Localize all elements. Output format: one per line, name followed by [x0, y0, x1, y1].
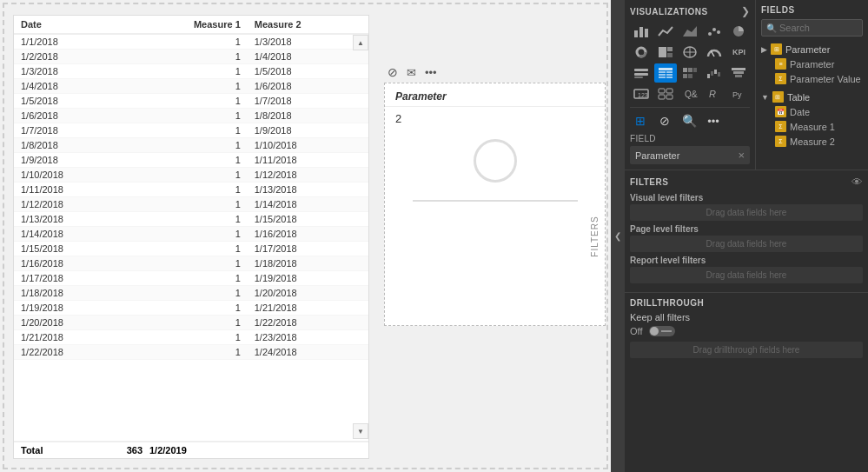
viz-icon-map[interactable] [679, 43, 701, 62]
svg-rect-28 [688, 68, 692, 72]
viz-icon-r[interactable]: R [703, 84, 726, 103]
table-cell: 1/13/2018 [14, 212, 127, 227]
report-drag-area[interactable]: Drag data fields here [630, 267, 863, 283]
viz-icon-funnel[interactable] [727, 63, 750, 83]
table-cell: 1 [127, 168, 248, 183]
email-icon[interactable]: ✉ [407, 66, 416, 79]
viz-expand-arrow[interactable]: ❯ [741, 5, 750, 17]
page-drag-area[interactable]: Drag data fields here [630, 236, 863, 252]
svg-rect-1 [639, 27, 643, 37]
keep-all-filters-label: Keep all filters [630, 312, 863, 322]
table-cell: 1/8/2018 [14, 138, 127, 153]
table-cell: 1 [127, 79, 248, 94]
viz-icon-area[interactable] [679, 22, 701, 41]
visual-drag-area[interactable]: Drag data fields here [630, 204, 863, 221]
viz-icon-table[interactable] [654, 63, 677, 83]
viz-icon-slicer[interactable] [630, 63, 653, 83]
viz-icon-gauge[interactable] [703, 43, 726, 62]
field-item-date[interactable]: 📅 Date [761, 104, 863, 119]
field-item-measure1[interactable]: Σ Measure 1 [761, 119, 863, 134]
filters-eye-icon[interactable]: 👁 [851, 176, 863, 189]
svg-rect-31 [688, 74, 692, 78]
right-panel: VISUALIZATIONS ❯ [625, 0, 868, 472]
viz-icon-waterfall[interactable] [703, 63, 726, 83]
drillthrough-title: DRILLTHROUGH [630, 298, 863, 308]
scroll-up-btn[interactable]: ▲ [353, 35, 368, 50]
viz-icon-matrix[interactable] [679, 63, 701, 83]
viz-icon-stacked-bar[interactable] [630, 22, 653, 41]
svg-rect-38 [735, 75, 742, 77]
drillthrough-section: DRILLTHROUGH Keep all filters Off Drag d… [625, 293, 868, 363]
viz-format-icon[interactable]: ⊞ [630, 111, 651, 130]
visualizations-panel: VISUALIZATIONS ❯ [625, 0, 755, 170]
viz-icon-kpi[interactable]: KPI [727, 43, 750, 62]
table-row: 1/13/201811/15/2018 [14, 212, 368, 227]
table-cell: 1/10/2018 [248, 138, 368, 153]
table-cell: 1/7/2018 [14, 123, 127, 138]
table-row: 1/22/201811/24/2018 [14, 345, 368, 360]
field-well-clear[interactable]: × [738, 149, 745, 162]
fields-search-input[interactable] [779, 23, 849, 33]
table-cell: 1/14/2018 [14, 227, 127, 242]
viz-icon-card[interactable]: 123 [630, 84, 653, 103]
svg-rect-25 [659, 76, 666, 78]
drillthrough-toggle[interactable] [649, 326, 675, 336]
table-cell: 1/4/2018 [248, 50, 368, 64]
svg-rect-29 [693, 68, 697, 72]
table-cell: 1/11/2018 [248, 153, 368, 168]
svg-rect-44 [666, 95, 673, 99]
svg-rect-11 [667, 53, 673, 57]
viz-bottom-icons: ⊞ ⊘ 🔍 ••• [630, 107, 750, 130]
viz-filter-icon[interactable]: ⊘ [654, 111, 675, 130]
viz-icon-pie[interactable] [727, 22, 750, 41]
table-cell: 1 [127, 138, 248, 153]
viz-analytics-icon[interactable]: 🔍 [679, 111, 699, 130]
table-cell: 1 [127, 64, 248, 79]
more-icon[interactable]: ••• [425, 66, 437, 79]
page-level-label: Page level filters [630, 224, 863, 234]
table-cell: 1/14/2018 [248, 197, 368, 212]
table-cell: 1/24/2018 [248, 345, 368, 360]
viz-icon-qna[interactable]: Q&A [679, 84, 701, 103]
table-cell: 1 [127, 301, 248, 316]
viz-more-icon[interactable]: ••• [703, 111, 724, 130]
table-cell: 1/5/2018 [248, 64, 368, 79]
table-cell: 1/16/2018 [248, 227, 368, 242]
collapse-panel-btn[interactable]: ❮ [611, 0, 625, 472]
svg-rect-19 [634, 76, 643, 78]
viz-icon-scatter[interactable] [703, 22, 726, 41]
viz-icon-line[interactable] [654, 22, 677, 41]
filter-icon[interactable]: ⊘ [388, 65, 398, 79]
field-item-measure2[interactable]: Σ Measure 2 [761, 134, 863, 149]
svg-rect-18 [634, 73, 648, 76]
viz-icon-python[interactable]: Py [727, 84, 750, 103]
viz-icon-donut[interactable] [630, 43, 653, 62]
svg-rect-42 [666, 89, 673, 93]
table-footer: Total 363 1/2/2019 [14, 441, 368, 458]
parameter-slider-circle[interactable] [474, 139, 517, 183]
svg-rect-32 [707, 74, 710, 78]
table-row: 1/9/201811/11/2018 [14, 153, 368, 168]
field-group-table-header[interactable]: ▼ ⊞ Table [761, 90, 863, 104]
table-row: 1/10/201811/12/2018 [14, 168, 368, 183]
table-row: 1/16/201811/18/2018 [14, 256, 368, 271]
viz-icon-multicard[interactable] [654, 84, 677, 103]
drillthrough-drag-area[interactable]: Drag drillthrough fields here [630, 342, 863, 358]
table-cell: 1 [127, 271, 248, 286]
field-group-parameter-header[interactable]: ▶ ⊞ Parameter [761, 42, 863, 57]
scroll-down-btn[interactable]: ▼ [353, 423, 368, 439]
visualizations-title: VISUALIZATIONS [630, 7, 708, 17]
svg-rect-24 [666, 74, 673, 76]
parameter-slider-line[interactable] [413, 200, 578, 202]
field-item-parameter-value[interactable]: Σ Parameter Value [761, 71, 863, 86]
field-item-parameter[interactable]: ≡ Parameter [761, 57, 863, 71]
fields-search-box[interactable]: 🔍 [761, 19, 863, 37]
viz-icon-treemap[interactable] [654, 43, 677, 62]
table-row: 1/3/201811/5/2018 [14, 64, 368, 79]
svg-point-4 [708, 32, 712, 36]
footer-measure1: 363 [90, 445, 142, 455]
footer-measure2: 1/2/2019 [142, 445, 361, 455]
table-cell: 1 [127, 345, 248, 360]
table-cell: 1/16/2018 [14, 256, 127, 271]
table-cell: 1/17/2018 [14, 271, 127, 286]
